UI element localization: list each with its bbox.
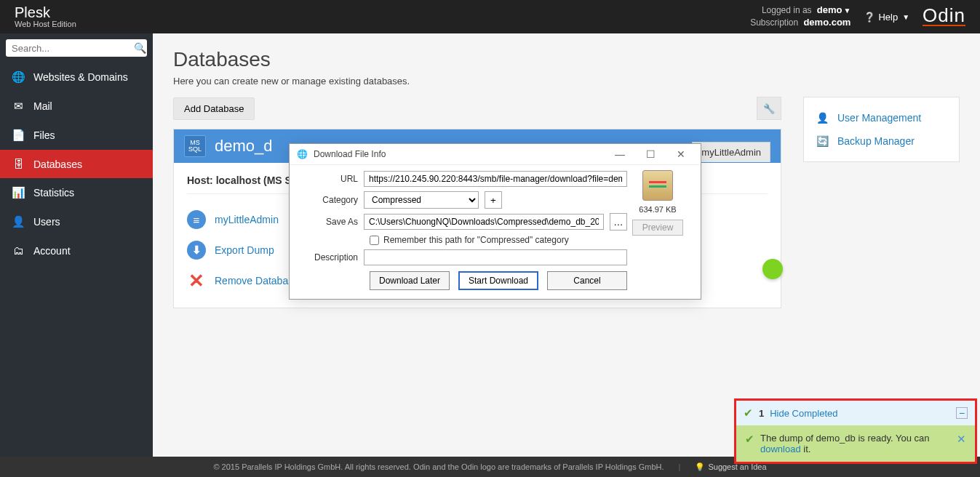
top-bar: Plesk Web Host Edition Logged in as demo…	[0, 0, 980, 33]
person-icon: 👤	[814, 111, 830, 125]
remove-icon: ✕	[187, 271, 206, 290]
add-database-button[interactable]: Add Database	[173, 97, 255, 120]
close-button[interactable]: ✕	[669, 148, 693, 160]
backup-manager-link[interactable]: 🔄 Backup Manager	[814, 129, 949, 153]
mssql-icon: MS SQL	[184, 135, 206, 157]
maximize-button[interactable]: ☐	[638, 148, 663, 160]
user-icon: 👤	[12, 215, 25, 228]
description-input[interactable]	[364, 249, 627, 265]
sidebar-item-files[interactable]: 📄Files	[0, 121, 153, 150]
idm-icon: 🌐	[297, 149, 308, 159]
notification-panel: ✔ 1 Hide Completed − ✔ The dump of demo_…	[734, 398, 977, 464]
brand-title: Plesk	[15, 5, 76, 20]
start-download-button[interactable]: Start Download	[458, 271, 538, 290]
url-input[interactable]	[364, 171, 627, 187]
cylinder-icon: ≡	[187, 210, 206, 229]
caret-down-icon: ▼	[902, 13, 909, 21]
search-icon: 🔍	[134, 42, 146, 54]
globe-icon: 🌐	[12, 71, 25, 84]
page-title: Databases	[173, 48, 960, 71]
category-select[interactable]: Compressed	[364, 191, 479, 209]
sidebar-item-mail[interactable]: ✉Mail	[0, 92, 153, 121]
cancel-button[interactable]: Cancel	[547, 271, 627, 290]
sidebar-item-databases[interactable]: 🗄Databases	[0, 150, 153, 178]
mylittleadmin-tab[interactable]: myLittleAdmin	[692, 142, 770, 162]
url-label: URL	[300, 174, 358, 184]
notification-count: 1	[759, 408, 764, 419]
archive-icon	[642, 170, 673, 201]
stats-icon: 📊	[12, 186, 25, 199]
settings-button[interactable]: 🔧	[757, 97, 781, 120]
brand-block: Plesk Web Host Edition	[15, 5, 76, 28]
file-icon: 📄	[12, 129, 25, 142]
user-management-link[interactable]: 👤 User Management	[814, 106, 949, 129]
collapse-button[interactable]: −	[956, 407, 968, 419]
bulb-icon: 💡	[695, 462, 705, 472]
side-panel: 👤 User Management 🔄 Backup Manager	[803, 97, 960, 162]
account-icon: 🗂	[12, 244, 25, 257]
page-description: Here you can create new or manage existi…	[173, 76, 960, 87]
wrench-icon: 🔧	[763, 103, 775, 114]
sidebar-item-account[interactable]: 🗂Account	[0, 236, 153, 265]
remember-checkbox[interactable]	[370, 236, 379, 245]
add-category-button[interactable]: +	[485, 191, 502, 209]
sidebar-item-websites[interactable]: 🌐Websites & Domains	[0, 63, 153, 92]
download-link[interactable]: download	[760, 444, 801, 454]
hide-completed-link[interactable]: Hide Completed	[770, 408, 837, 419]
minimize-button[interactable]: —	[607, 148, 632, 160]
mail-icon: ✉	[12, 100, 25, 113]
download-dialog: 🌐 Download File Info — ☐ ✕ URL Category …	[289, 143, 701, 300]
file-size: 634.97 KB	[625, 205, 690, 214]
check-icon: ✔	[745, 433, 754, 454]
dialog-title: Download File Info	[314, 149, 602, 159]
odin-logo: Odin	[923, 7, 965, 25]
category-label: Category	[300, 195, 358, 205]
copyright: © 2015 Parallels IP Holdings GmbH. All r…	[213, 462, 664, 471]
download-icon: ⬇	[187, 241, 206, 260]
search-input[interactable]	[12, 43, 134, 54]
download-later-button[interactable]: Download Later	[370, 271, 450, 290]
brand-edition: Web Host Edition	[15, 20, 76, 28]
remember-label: Remember this path for "Compressed" cate…	[383, 235, 569, 245]
account-info[interactable]: Logged in as demo▼ Subscription demo.com	[750, 4, 850, 29]
saveas-label: Save As	[300, 217, 358, 227]
help-icon: ❔	[864, 12, 875, 23]
notification-message: The dump of demo_db is ready. You can do…	[760, 433, 951, 454]
check-icon: ✔	[744, 406, 753, 420]
sidebar-item-statistics[interactable]: 📊Statistics	[0, 178, 153, 207]
green-circle-icon	[762, 259, 783, 279]
sidebar: 🔍 🌐Websites & Domains ✉Mail 📄Files 🗄Data…	[0, 33, 153, 457]
dismiss-button[interactable]: ✕	[957, 433, 966, 454]
database-icon: 🗄	[12, 158, 25, 170]
description-label: Description	[300, 252, 358, 262]
search-box[interactable]: 🔍	[6, 39, 147, 57]
preview-button[interactable]: Preview	[632, 220, 683, 236]
sidebar-item-users[interactable]: 👤Users	[0, 207, 153, 236]
caret-down-icon: ▼	[844, 7, 851, 15]
help-menu[interactable]: ❔ Help ▼	[864, 12, 909, 23]
backup-icon: 🔄	[814, 134, 830, 148]
saveas-input[interactable]	[364, 214, 604, 230]
